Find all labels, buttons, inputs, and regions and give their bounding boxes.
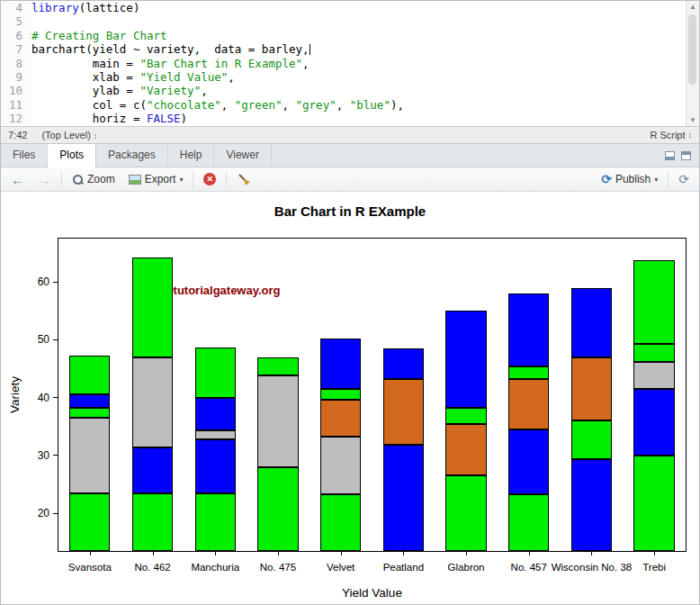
x-axis-title: Yield Value (58, 586, 687, 600)
publish-button[interactable]: ⟳ Publish ▾ (597, 170, 661, 188)
bar-segment (383, 348, 424, 378)
code-line[interactable]: 6# Creating Bar Chart (1, 29, 686, 42)
bar-segment (69, 394, 110, 408)
refresh-icon: ⟳ (678, 172, 689, 186)
bar-segment (132, 493, 173, 551)
y-tick-label: 60 (38, 275, 49, 288)
bar-segment (320, 437, 361, 494)
bar-segment (320, 494, 361, 551)
category-label: Peatland (383, 562, 424, 573)
rstudio-window: 4library(lattice)56# Creating Bar Chart7… (0, 0, 700, 605)
line-number: 10 (1, 84, 31, 97)
bar-segment (633, 362, 674, 389)
minimize-pane-icon[interactable] (665, 151, 675, 160)
y-tick-label: 30 (38, 449, 49, 462)
text-cursor (310, 44, 310, 55)
category-label: Svansota (68, 562, 112, 573)
x-tick-mark (215, 551, 216, 555)
category-label: Glabron (448, 562, 485, 573)
x-tick-mark (529, 551, 530, 555)
y-axis-label: Variety (8, 376, 22, 413)
scroll-up-arrow-icon[interactable]: ▲ (687, 3, 699, 11)
code-line[interactable]: 9 xlab = "Yield Value", (1, 70, 686, 84)
watermark: ©tutorialgateway.org (165, 284, 281, 297)
tab-viewer[interactable]: Viewer (214, 144, 271, 167)
export-button[interactable]: Export ▾ (125, 171, 187, 187)
x-tick-mark (403, 551, 404, 555)
bar-segment (445, 475, 486, 551)
editor-scrollbar[interactable]: ▲ ▼ (686, 1, 699, 126)
maximize-pane-icon[interactable] (681, 151, 691, 160)
y-tick-mark (53, 282, 58, 283)
code-line[interactable]: 4library(lattice) (1, 1, 686, 14)
category-label: No. 457 (511, 562, 547, 573)
code-text: # Creating Bar Chart (31, 29, 686, 42)
refresh-plot-button[interactable]: ⟳ (675, 170, 693, 188)
bar-segment (571, 357, 612, 421)
publish-icon: ⟳ (601, 172, 612, 186)
scroll-down-arrow-icon[interactable]: ▼ (687, 116, 699, 124)
x-tick-mark (654, 551, 655, 555)
line-number: 6 (1, 29, 31, 42)
scope-selector[interactable]: (Top Level)↕ (41, 130, 97, 140)
editor-lines: 4library(lattice)56# Creating Bar Chart7… (1, 1, 686, 126)
y-axis-title: Variety (3, 238, 26, 552)
bar-segment (257, 357, 298, 375)
export-label: Export (145, 173, 176, 185)
code-line[interactable]: 12 horiz = FALSE) (1, 112, 686, 125)
bar-segment (195, 348, 236, 397)
magnifier-icon (72, 174, 84, 185)
code-text: main = "Bar Chart in R Example", (31, 57, 686, 70)
code-text: barchart(yield ~ variety, data = barley, (31, 42, 686, 56)
tab-help[interactable]: Help (168, 144, 215, 167)
editor-status-bar: 7:42 (Top Level)↕ R Script↕ (1, 126, 699, 144)
remove-plot-button[interactable]: ✕ (200, 171, 220, 187)
bar-segment (445, 311, 486, 408)
category-label: Trebi (642, 562, 666, 573)
bar-segment (383, 379, 424, 446)
bar-segment (69, 493, 110, 551)
updown-icon: ↕ (688, 131, 693, 140)
code-text: ylab = "Variety", (31, 84, 686, 97)
bar-segment (445, 408, 486, 423)
bar-segment (633, 456, 674, 551)
source-editor[interactable]: 4library(lattice)56# Creating Bar Chart7… (1, 1, 699, 126)
tab-packages[interactable]: Packages (96, 144, 168, 167)
line-number: 12 (1, 112, 31, 125)
y-tick-mark (53, 513, 58, 514)
code-line[interactable]: 8 main = "Bar Chart in R Example", (1, 57, 686, 70)
tab-files[interactable]: Files (1, 144, 48, 167)
clear-all-plots-button[interactable] (233, 171, 254, 188)
bar-segment (320, 400, 361, 438)
code-line[interactable]: 10 ylab = "Variety", (1, 84, 686, 97)
chevron-down-icon: ▾ (654, 176, 658, 184)
bar-segment (320, 339, 361, 389)
x-tick-mark (341, 551, 342, 555)
code-text: col = c("chocolate", "green", "grey", "b… (31, 98, 686, 112)
tab-plots[interactable]: Plots (48, 144, 96, 167)
code-line[interactable]: 11 col = c("chocolate", "green", "grey",… (1, 98, 686, 112)
bar-segment (633, 389, 674, 456)
category-label: Wisconsin No. 38 (552, 562, 632, 573)
code-line[interactable]: 7barchart(yield ~ variety, data = barley… (1, 42, 686, 56)
code-line[interactable]: 5 (1, 14, 686, 28)
publish-label: Publish (615, 173, 651, 185)
back-arrow-icon: ← (11, 172, 24, 187)
bar-segment (132, 447, 173, 493)
bar-segment (508, 429, 549, 494)
forward-plot-button[interactable]: → (34, 170, 55, 189)
plot-display-pane: Bar Chart in R EXample Variety ©tutorial… (1, 192, 699, 604)
x-tick-mark (153, 551, 154, 555)
category-label: Manchuria (191, 562, 239, 573)
updown-icon: ↕ (94, 131, 98, 140)
back-plot-button[interactable]: ← (7, 170, 28, 189)
bar-segment (257, 467, 298, 551)
broom-icon (237, 173, 250, 186)
chart-title: Bar Chart in R EXample (1, 203, 699, 219)
filetype-selector[interactable]: R Script↕ (650, 130, 692, 140)
scrollbar-thumb[interactable] (688, 14, 696, 85)
y-tick-mark (53, 455, 58, 456)
zoom-button[interactable]: Zoom (68, 171, 119, 187)
y-tick-label: 40 (38, 392, 49, 404)
line-number: 9 (1, 70, 31, 84)
